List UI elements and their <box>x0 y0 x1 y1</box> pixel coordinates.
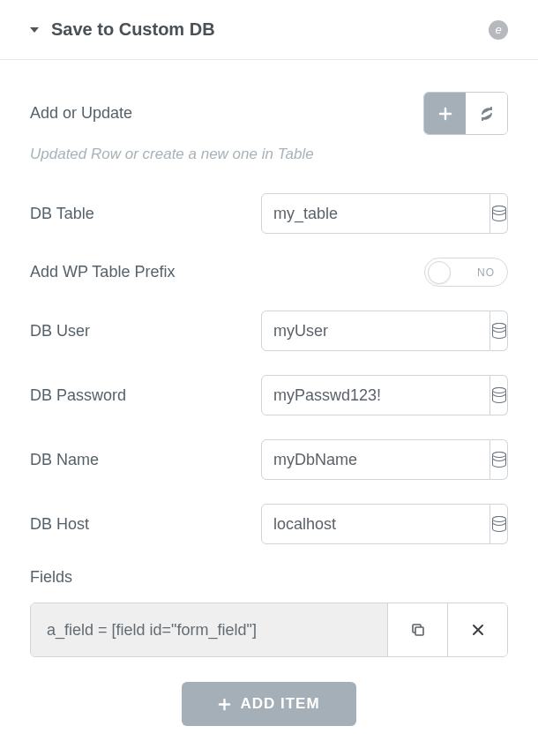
fields-section-label: Fields <box>30 568 508 587</box>
db-password-row: DB Password <box>30 375 508 415</box>
db-password-input[interactable] <box>261 375 490 415</box>
plus-icon <box>438 107 452 121</box>
mode-update-button[interactable] <box>466 93 507 134</box>
db-password-group <box>261 375 508 415</box>
collapse-icon[interactable] <box>30 27 39 33</box>
panel-body: Add or Update Updated Row or create a ne… <box>0 60 538 747</box>
close-icon <box>471 623 485 637</box>
switch-state: NO <box>477 266 495 279</box>
db-host-input[interactable] <box>261 504 490 544</box>
db-table-input[interactable] <box>261 193 490 234</box>
panel-header: Save to Custom DB e <box>0 0 538 60</box>
database-icon <box>492 452 506 468</box>
mode-segmented <box>423 92 508 135</box>
database-icon <box>492 323 506 339</box>
db-password-label: DB Password <box>30 386 126 405</box>
switch-knob <box>428 261 451 284</box>
db-host-label: DB Host <box>30 515 89 534</box>
database-icon <box>492 206 506 221</box>
logo-badge: e <box>489 20 508 40</box>
db-user-group <box>261 311 508 351</box>
mode-add-button[interactable] <box>424 93 466 134</box>
plus-icon <box>218 698 231 711</box>
db-name-group <box>261 439 508 480</box>
copy-icon <box>410 622 426 638</box>
field-item-text[interactable]: a_field = [field id="form_field"] <box>31 603 387 656</box>
database-icon <box>492 516 506 532</box>
db-host-row: DB Host <box>30 504 508 544</box>
db-user-input[interactable] <box>261 311 490 351</box>
db-password-picker[interactable] <box>490 375 508 415</box>
db-name-label: DB Name <box>30 451 99 469</box>
db-name-picker[interactable] <box>490 439 508 480</box>
prefix-label: Add WP Table Prefix <box>30 263 175 281</box>
db-table-row: DB Table <box>30 193 508 234</box>
db-table-picker[interactable] <box>490 193 508 234</box>
logo-letter: e <box>495 23 501 36</box>
remove-button[interactable] <box>447 603 507 656</box>
database-icon <box>492 387 506 403</box>
mode-row: Add or Update <box>30 92 508 135</box>
db-user-label: DB User <box>30 322 90 341</box>
db-table-group <box>261 193 508 234</box>
duplicate-button[interactable] <box>387 603 447 656</box>
db-user-row: DB User <box>30 311 508 351</box>
panel-title: Save to Custom DB <box>51 19 215 40</box>
db-host-group <box>261 504 508 544</box>
add-item-label: ADD ITEM <box>240 695 319 713</box>
mode-label: Add or Update <box>30 104 132 123</box>
header-left: Save to Custom DB <box>30 19 215 40</box>
prefix-switch[interactable]: NO <box>424 258 508 287</box>
svg-rect-0 <box>415 627 423 635</box>
prefix-row: Add WP Table Prefix NO <box>30 258 508 287</box>
field-item: a_field = [field id="form_field"] <box>30 603 508 657</box>
db-name-input[interactable] <box>261 439 490 480</box>
add-item-button[interactable]: ADD ITEM <box>182 682 356 726</box>
sync-icon <box>480 107 494 121</box>
db-table-label: DB Table <box>30 205 94 223</box>
db-name-row: DB Name <box>30 439 508 480</box>
db-host-picker[interactable] <box>490 504 508 544</box>
db-user-picker[interactable] <box>490 311 508 351</box>
mode-helper-text: Updated Row or create a new one in Table <box>30 146 508 163</box>
